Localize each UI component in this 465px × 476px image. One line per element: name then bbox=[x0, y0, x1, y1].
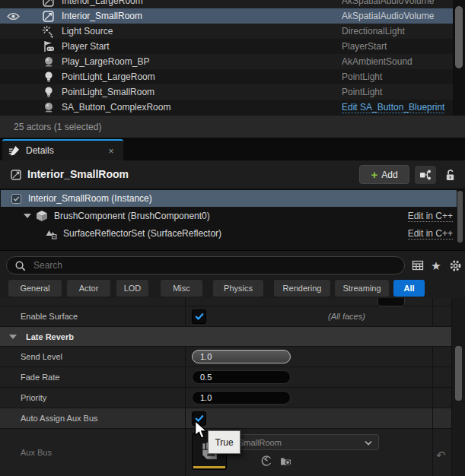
tab-streaming[interactable]: Streaming bbox=[335, 280, 389, 297]
table-row[interactable]: Play_LargeRoom_BP AkAmbientSound bbox=[0, 54, 465, 69]
add-button-label: Add bbox=[381, 170, 397, 180]
tab-general[interactable]: General bbox=[8, 280, 62, 297]
actor-count-text: 25 actors (1 selected) bbox=[14, 122, 101, 132]
property-grid: Enable Surface (All faces) Late Reverb S… bbox=[0, 298, 465, 476]
mouse-cursor bbox=[194, 420, 208, 440]
all-faces-note: (All faces) bbox=[328, 312, 365, 321]
component-label: BrushComponent (BrushComponent0) bbox=[54, 211, 210, 221]
actor-type: AkSpatialAudioVolume bbox=[342, 0, 434, 6]
table-row[interactable]: Light Source DirectionalLight bbox=[0, 24, 465, 39]
table-row[interactable]: Player Start PlayerStart bbox=[0, 39, 465, 54]
component-row-instance[interactable]: Interior_SmallRoom (Instance) bbox=[1, 190, 457, 207]
table-row[interactable]: SA_Button_ComplexRoom Edit SA_Button_Blu… bbox=[0, 100, 465, 115]
actor-name: Interior_LargeRoom bbox=[62, 0, 143, 6]
component-label: SurfaceReflectorSet (SurfaceReflector) bbox=[63, 228, 221, 239]
add-component-button[interactable]: + Add bbox=[359, 165, 409, 184]
component-row-surface-reflector[interactable]: SurfaceReflectorSet (SurfaceReflector) E… bbox=[1, 225, 457, 242]
priority-field[interactable]: 1.0 bbox=[192, 391, 291, 405]
ambient-sound-icon bbox=[42, 56, 55, 68]
edit-in-cpp-link[interactable]: Edit in C++ bbox=[408, 211, 453, 222]
property-label: Auto Assign Aux Bus bbox=[0, 408, 186, 428]
close-icon[interactable]: × bbox=[104, 144, 118, 158]
table-row[interactable]: Interior_LargeRoom AkSpatialAudioVolume bbox=[0, 0, 465, 8]
browse-to-asset-icon[interactable] bbox=[279, 454, 292, 467]
favorites-star-icon[interactable]: ★ bbox=[429, 259, 443, 272]
property-label: Send Level bbox=[0, 347, 186, 367]
actor-type: PlayerStart bbox=[342, 41, 387, 52]
use-selected-asset-icon[interactable] bbox=[260, 454, 272, 467]
blueprint-graph-icon bbox=[419, 169, 432, 181]
world-outliner: Interior_LargeRoom AkSpatialAudioVolume … bbox=[0, 0, 465, 116]
details-pencil-icon bbox=[8, 145, 20, 157]
table-row[interactable]: PointLight_LargeRoom PointLight bbox=[0, 69, 465, 84]
chevron-down-icon[interactable] bbox=[24, 214, 31, 218]
component-row-brush[interactable]: BrushComponent (BrushComponent0) Edit in… bbox=[1, 208, 457, 224]
edit-blueprint-link[interactable]: Edit SA_Button_Blueprint bbox=[342, 102, 444, 113]
actor-type: PointLight bbox=[342, 71, 382, 82]
brush-cube-icon bbox=[36, 210, 48, 222]
point-light-icon bbox=[42, 71, 55, 84]
aux-bus-dropdown[interactable]: SmallRoom bbox=[231, 434, 379, 450]
property-label: Enable Surface bbox=[0, 306, 186, 326]
search-input[interactable] bbox=[32, 259, 355, 271]
tab-all[interactable]: All bbox=[393, 280, 425, 297]
clipped-widget bbox=[377, 298, 405, 306]
scrollbar-thumb[interactable] bbox=[455, 6, 463, 68]
details-toolbar: ★ General Actor LOD Misc Physics Renderi… bbox=[0, 251, 465, 298]
scrollbar-thumb[interactable] bbox=[457, 191, 463, 243]
edit-in-cpp-link[interactable]: Edit in C++ bbox=[408, 228, 453, 240]
actor-name: SA_Button_ComplexRoom bbox=[62, 102, 170, 113]
property-row-priority: Priority 1.0 bbox=[0, 388, 465, 408]
chevron-down-icon bbox=[9, 335, 17, 339]
table-row[interactable]: PointLight_SmallRoom PointLight bbox=[0, 84, 465, 100]
actor-name: Player Start bbox=[62, 41, 110, 52]
property-row-send-level: Send Level 1.0 bbox=[0, 347, 465, 367]
fade-rate-field[interactable]: 0.5 bbox=[192, 370, 291, 384]
table-row-selected[interactable]: Interior_SmallRoom AkSpatialAudioVolume bbox=[0, 8, 465, 24]
scrollbar-thumb[interactable] bbox=[455, 346, 462, 401]
spatial-audio-volume-icon bbox=[42, 0, 55, 8]
search-icon bbox=[14, 260, 26, 271]
edit-blueprint-button[interactable] bbox=[415, 166, 436, 184]
outliner-status-bar: 25 actors (1 selected) bbox=[0, 116, 465, 139]
tab-actor[interactable]: Actor bbox=[67, 280, 110, 297]
search-box[interactable] bbox=[6, 256, 405, 274]
actor-name: PointLight_LargeRoom bbox=[62, 71, 155, 82]
reset-to-default-icon[interactable]: ↶ bbox=[436, 449, 446, 462]
actor-type: DirectionalLight bbox=[342, 26, 405, 36]
tab-details[interactable]: Details × bbox=[2, 139, 123, 160]
details-header: Interior_SmallRoom + Add bbox=[0, 160, 465, 189]
filter-tabs: General Actor LOD Misc Physics Rendering… bbox=[0, 280, 465, 298]
actor-type: PointLight bbox=[342, 87, 382, 97]
asset-type-color-bar bbox=[193, 466, 225, 468]
unlocked-padlock-icon bbox=[444, 169, 456, 182]
eye-gutter bbox=[0, 12, 42, 21]
tab-misc[interactable]: Misc bbox=[161, 280, 202, 297]
actor-name: Play_LargeRoom_BP bbox=[62, 56, 149, 67]
send-level-field[interactable]: 1.0 bbox=[192, 350, 291, 363]
actor-name: Light Source bbox=[62, 26, 113, 36]
tab-lod[interactable]: LOD bbox=[116, 280, 148, 297]
tooltip-text: True bbox=[215, 437, 233, 448]
gear-icon[interactable] bbox=[448, 259, 462, 272]
lock-details-button[interactable] bbox=[440, 166, 460, 184]
properties-scrollbar[interactable] bbox=[451, 298, 465, 476]
player-start-icon bbox=[42, 40, 55, 53]
outliner-scrollbar[interactable] bbox=[453, 0, 465, 116]
section-title: Late Reverb bbox=[26, 332, 74, 341]
visibility-eye-icon[interactable] bbox=[7, 12, 20, 21]
chevron-down-icon bbox=[365, 440, 372, 446]
tab-rendering[interactable]: Rendering bbox=[274, 280, 330, 297]
enable-surface-checkbox[interactable] bbox=[192, 309, 206, 324]
component-label: Interior_SmallRoom (Instance) bbox=[28, 193, 152, 204]
page-title: Interior_SmallRoom bbox=[27, 168, 129, 180]
directional-light-icon bbox=[42, 25, 55, 38]
spatial-audio-volume-icon bbox=[11, 170, 21, 180]
display-mode-grid-icon[interactable] bbox=[411, 259, 425, 272]
point-light-icon bbox=[42, 86, 55, 99]
components-scrollbar[interactable] bbox=[457, 191, 463, 250]
section-header-late-reverb[interactable]: Late Reverb bbox=[0, 327, 465, 347]
actor-type: AkSpatialAudioVolume bbox=[342, 11, 434, 21]
tab-physics[interactable]: Physics bbox=[213, 280, 263, 297]
property-label: Aux Bus bbox=[0, 429, 186, 476]
